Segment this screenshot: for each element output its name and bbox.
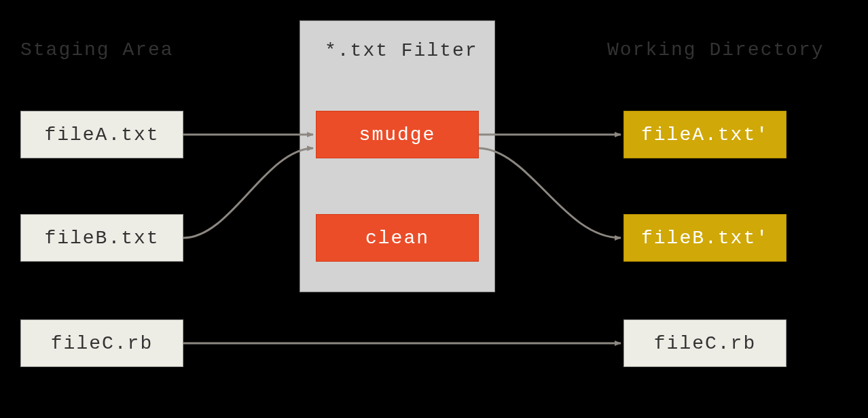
filter-smudge: smudge bbox=[316, 111, 479, 158]
filter-clean: clean bbox=[316, 214, 479, 262]
staging-file-c: fileC.rb bbox=[20, 319, 183, 367]
arrow-fileb-smudge bbox=[183, 148, 313, 238]
staging-file-a: fileA.txt bbox=[20, 111, 183, 158]
working-file-c: fileC.rb bbox=[623, 319, 786, 367]
working-file-b: fileB.txt' bbox=[623, 214, 786, 262]
staging-area-header: Staging Area bbox=[20, 39, 174, 60]
working-file-a: fileA.txt' bbox=[623, 111, 786, 158]
working-directory-header: Working Directory bbox=[607, 39, 825, 60]
arrow-smudge-fileb bbox=[479, 148, 621, 238]
filter-header: *.txt Filter bbox=[325, 40, 478, 61]
staging-file-b: fileB.txt bbox=[20, 214, 183, 262]
